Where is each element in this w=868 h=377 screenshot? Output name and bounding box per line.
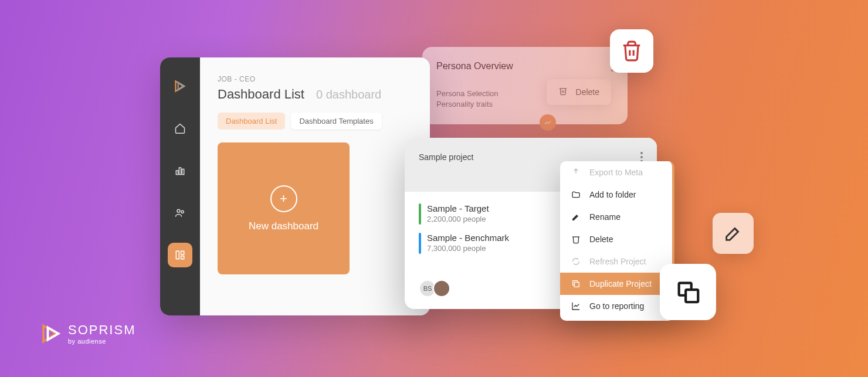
home-icon[interactable]	[168, 116, 192, 141]
menu-rename[interactable]: Rename	[560, 206, 672, 228]
trash-icon	[571, 234, 581, 244]
duplicate-icon	[571, 278, 581, 289]
plus-icon: +	[270, 185, 297, 212]
svg-rect-5	[176, 251, 179, 259]
avatar-group: BS	[419, 280, 450, 297]
menu-delete[interactable]: Delete	[560, 228, 672, 250]
soprism-logo: SOPRISM by audiense	[40, 322, 135, 345]
tab-dashboard-list[interactable]: Dashboard List	[218, 113, 285, 130]
menu-reporting[interactable]: Go to reporting	[560, 295, 672, 317]
chart-icon-badge	[540, 114, 556, 131]
copy-tile[interactable]	[660, 264, 716, 320]
dashboard-nav-icon[interactable]	[168, 243, 192, 267]
new-dashboard-card[interactable]: + New dashboard	[218, 142, 350, 274]
pencil-icon	[571, 212, 581, 222]
menu-add-folder[interactable]: Add to folder	[560, 184, 672, 206]
benchmark-name: Sample - Benchmark	[427, 233, 509, 243]
benchmark-color-bar	[419, 233, 421, 254]
tabs: Dashboard List Dashboard Templates	[218, 113, 412, 130]
avatar-photo	[433, 280, 450, 297]
trash-tile[interactable]	[610, 29, 653, 73]
users-icon[interactable]	[168, 201, 192, 225]
page-count: 0 dashboard	[316, 88, 381, 101]
logo-sub-text: by audiense	[68, 338, 135, 345]
persona-overview-panel: Persona Overview Delete Persona Selectio…	[422, 47, 628, 124]
svg-rect-1	[179, 168, 181, 175]
benchmark-count: 7,300,000 people	[427, 244, 509, 253]
svg-rect-0	[176, 171, 178, 175]
svg-rect-7	[181, 256, 184, 259]
logo-icon[interactable]	[168, 74, 192, 99]
svg-point-4	[181, 210, 184, 213]
trash-icon	[558, 86, 568, 98]
new-dashboard-label: New dashboard	[249, 220, 318, 232]
svg-rect-2	[182, 169, 184, 175]
sample-project-title: Sample project	[419, 152, 473, 162]
svg-point-3	[177, 209, 180, 212]
persona-header: Persona Overview	[436, 61, 613, 72]
target-count: 2,200,000 people	[427, 215, 489, 223]
context-menu: Export to Meta Add to folder Rename Dele…	[560, 161, 674, 321]
menu-refresh[interactable]: Refresh Project	[560, 250, 672, 273]
delete-label: Delete	[576, 87, 599, 97]
target-name: Sample - Target	[427, 203, 489, 213]
target-color-bar	[419, 203, 421, 225]
chart-icon[interactable]	[168, 158, 192, 183]
main-content: JOB - CEO Dashboard List 0 dashboard Das…	[200, 57, 430, 315]
sidebar	[160, 57, 200, 315]
export-icon	[571, 167, 581, 178]
reporting-icon	[571, 301, 581, 311]
svg-rect-6	[181, 251, 184, 254]
menu-duplicate[interactable]: Duplicate Project	[560, 273, 672, 295]
svg-rect-13	[686, 290, 698, 302]
dashboard-panel: JOB - CEO Dashboard List 0 dashboard Das…	[160, 57, 430, 315]
refresh-icon	[571, 256, 581, 267]
page-title: Dashboard List	[218, 87, 304, 102]
logo-main-text: SOPRISM	[68, 322, 135, 338]
edit-tile[interactable]	[713, 213, 754, 254]
breadcrumb: JOB - CEO	[218, 75, 412, 83]
persona-title: Persona Overview	[436, 61, 513, 72]
folder-icon	[571, 189, 581, 200]
svg-rect-11	[574, 282, 579, 287]
delete-popup[interactable]: Delete	[547, 79, 611, 105]
logo-icon	[40, 323, 61, 344]
tab-dashboard-templates[interactable]: Dashboard Templates	[291, 113, 381, 130]
menu-export[interactable]: Export to Meta	[560, 165, 672, 184]
